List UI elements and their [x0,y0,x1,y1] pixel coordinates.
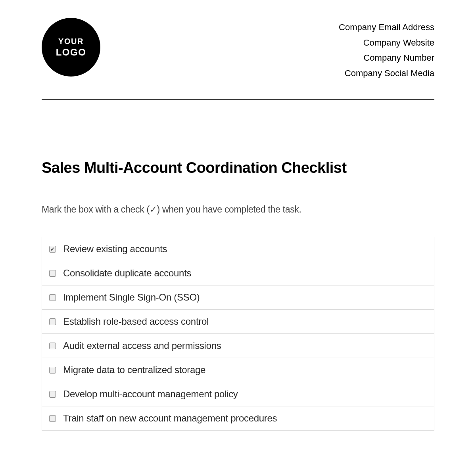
checklist-row: Consolidate duplicate accounts [42,261,434,285]
logo-placeholder: YOUR LOGO [42,18,100,77]
checkbox[interactable] [49,246,56,253]
document-header: YOUR LOGO Company Email Address Company … [42,18,434,93]
checklist-row: Review existing accounts [42,237,434,261]
company-number-label: Company Number [339,50,434,66]
checklist-row: Develop multi-account management policy [42,382,434,406]
checklist-item-label: Migrate data to centralized storage [63,364,205,375]
checklist-item-label: Train staff on new account management pr… [63,413,277,424]
company-email-label: Company Email Address [339,20,434,35]
checklist-table: Review existing accounts Consolidate dup… [42,237,434,431]
checklist-item-label: Implement Single Sign-On (SSO) [63,292,200,303]
instructions-text: Mark the box with a check (✓) when you h… [42,204,434,215]
checkbox[interactable] [49,391,56,398]
company-social-label: Company Social Media [339,66,434,81]
checklist-row: Implement Single Sign-On (SSO) [42,285,434,310]
checklist-item-label: Develop multi-account management policy [63,389,238,400]
header-divider [42,99,434,100]
checklist-row: Audit external access and permissions [42,334,434,358]
logo-line1: YOUR [58,36,84,46]
checkbox[interactable] [49,294,56,301]
company-info: Company Email Address Company Website Co… [339,18,434,81]
page-title: Sales Multi-Account Coordination Checkli… [42,159,434,176]
checklist-item-label: Consolidate duplicate accounts [63,268,191,279]
checkbox[interactable] [49,270,56,277]
checkbox[interactable] [49,367,56,373]
checklist-item-label: Review existing accounts [63,243,167,255]
checkbox[interactable] [49,343,56,349]
checklist-row: Migrate data to centralized storage [42,358,434,382]
checkbox[interactable] [49,415,56,422]
checklist-item-label: Audit external access and permissions [63,340,221,351]
company-website-label: Company Website [339,35,434,51]
checklist-item-label: Establish role-based access control [63,316,209,327]
checklist-row: Establish role-based access control [42,310,434,334]
checklist-row: Train staff on new account management pr… [42,406,434,431]
logo-line2: LOGO [56,46,86,58]
checkbox[interactable] [49,318,56,325]
